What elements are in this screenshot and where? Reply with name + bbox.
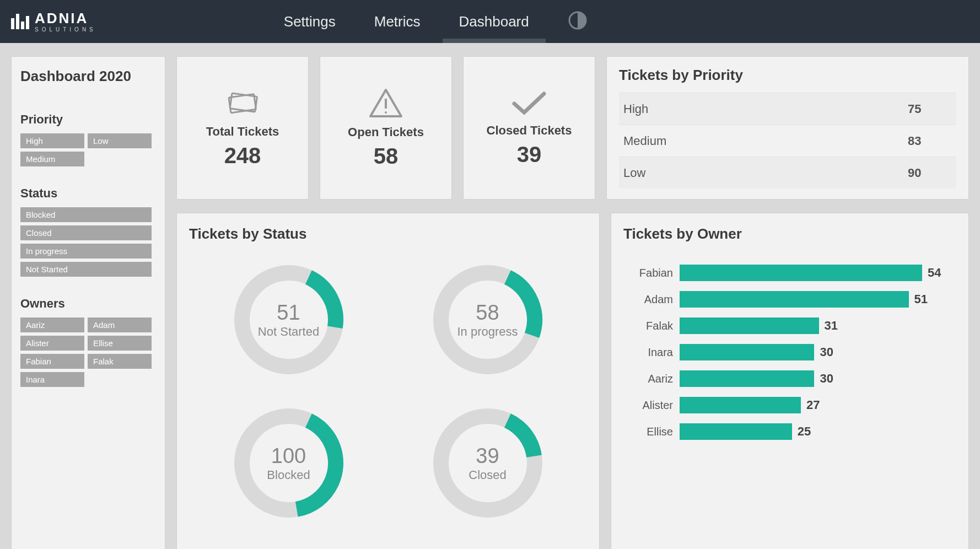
check-icon: [510, 89, 548, 119]
donut-in-progress: 58In progress: [388, 248, 587, 391]
priority-value: 75: [908, 102, 952, 116]
tickets-icon: [223, 88, 262, 120]
owner-name: Ellise: [623, 426, 673, 438]
logo-mark-icon: [11, 14, 29, 29]
owner-bar-aariz: Aariz30: [623, 370, 956, 387]
priority-label: High: [623, 102, 908, 116]
filter-pill-aariz[interactable]: Aariz: [20, 317, 84, 332]
page-title: Dashboard 2020: [20, 68, 156, 85]
owner-name: Aariz: [623, 373, 673, 385]
owner-name: Adam: [623, 293, 673, 306]
priority-row-low: Low90: [619, 157, 956, 189]
owner-bar-inara: Inara30: [623, 344, 956, 360]
bar-value: 30: [820, 345, 833, 359]
card-title: Tickets by Status: [189, 225, 587, 243]
owner-bar-ellise: Ellise25: [623, 423, 956, 440]
brand-name: ADNIA: [35, 11, 96, 25]
priority-label: Medium: [623, 134, 908, 148]
donut-caption: Closed: [469, 468, 506, 482]
filter-pill-not-started[interactable]: Not Started: [20, 262, 152, 277]
owner-name: Inara: [623, 346, 673, 359]
kpi-value: 248: [224, 143, 261, 168]
filter-pill-adam[interactable]: Adam: [88, 317, 152, 332]
donut-caption: Not Started: [258, 325, 319, 339]
filter-pill-ellise[interactable]: Ellise: [88, 336, 152, 351]
brand-subtitle: SOLUTIONS: [35, 26, 96, 33]
bar-fill: [680, 423, 792, 440]
donut-closed: 39Closed: [388, 391, 587, 535]
bar-value: 54: [928, 266, 941, 280]
owner-bar-falak: Falak31: [623, 317, 956, 334]
bar-fill: [680, 344, 814, 360]
bar-fill: [680, 397, 801, 413]
filter-sidebar: Dashboard 2020 PriorityHighLowMediumStat…: [11, 56, 165, 549]
svg-point-4: [385, 111, 387, 114]
kpi-total-tickets: Total Tickets 248: [176, 56, 309, 200]
card-title: Tickets by Priority: [619, 67, 956, 84]
filter-pill-high[interactable]: High: [20, 133, 84, 148]
bar-value: 25: [798, 424, 811, 439]
donut-not-started: 51Not Started: [189, 248, 388, 391]
donut-blocked: 100Blocked: [189, 391, 388, 535]
priority-label: Low: [623, 166, 908, 180]
owner-bar-fabian: Fabian54: [623, 265, 956, 281]
theme-toggle-icon[interactable]: [568, 10, 588, 33]
tab-dashboard[interactable]: Dashboard: [459, 0, 529, 43]
filter-heading-owners: Owners: [20, 297, 156, 311]
tab-metrics[interactable]: Metrics: [374, 0, 421, 43]
kpi-value: 39: [517, 142, 542, 167]
donut-value: 100: [267, 444, 310, 468]
bar-fill: [680, 370, 814, 387]
nav-tabs: SettingsMetricsDashboard: [284, 0, 529, 43]
filter-heading-status: Status: [20, 186, 156, 201]
filter-pill-alister[interactable]: Alister: [20, 336, 84, 351]
owner-bar-alister: Alister27: [623, 397, 956, 413]
donut-caption: In progress: [457, 325, 518, 339]
filter-pill-falak[interactable]: Falak: [88, 354, 152, 369]
brand-logo: ADNIA SOLUTIONS: [11, 11, 96, 33]
kpi-open-tickets: Open Tickets 58: [320, 56, 452, 200]
priority-row-high: High75: [619, 93, 956, 125]
filter-pill-medium[interactable]: Medium: [20, 152, 84, 166]
priority-value: 90: [908, 166, 952, 180]
top-bar: ADNIA SOLUTIONS SettingsMetricsDashboard: [0, 0, 980, 43]
filter-pill-blocked[interactable]: Blocked: [20, 207, 152, 222]
kpi-value: 58: [374, 144, 399, 169]
filter-pill-fabian[interactable]: Fabian: [20, 354, 84, 369]
bar-value: 51: [914, 292, 928, 306]
card-title: Tickets by Owner: [623, 225, 956, 243]
kpi-closed-tickets: Closed Tickets 39: [463, 56, 595, 200]
owner-bar-adam: Adam51: [623, 291, 956, 308]
kpi-label: Open Tickets: [348, 125, 424, 139]
donut-value: 39: [469, 444, 506, 468]
tickets-by-owner-card: Tickets by Owner Fabian54Adam51Falak31In…: [611, 213, 969, 549]
tab-settings[interactable]: Settings: [284, 0, 336, 43]
priority-value: 83: [908, 134, 952, 148]
bar-fill: [680, 317, 819, 334]
owner-name: Alister: [623, 399, 673, 412]
bar-value: 27: [806, 398, 820, 412]
filter-heading-priority: Priority: [20, 112, 156, 127]
donut-caption: Blocked: [267, 468, 310, 482]
filter-pill-closed[interactable]: Closed: [20, 225, 152, 240]
filter-pill-in-progress[interactable]: In progress: [20, 244, 152, 259]
kpi-label: Closed Tickets: [487, 123, 572, 138]
filter-pill-low[interactable]: Low: [88, 133, 152, 148]
bar-fill: [680, 265, 922, 281]
bar-fill: [680, 291, 909, 308]
owner-name: Fabian: [623, 267, 673, 279]
donut-value: 51: [258, 301, 319, 325]
tickets-by-status-card: Tickets by Status 51Not Started58In prog…: [176, 213, 600, 549]
kpi-label: Total Tickets: [206, 125, 279, 139]
owner-name: Falak: [623, 320, 673, 332]
warning-icon: [368, 88, 403, 121]
tickets-by-priority-card: Tickets by Priority High75Medium83Low90: [606, 56, 969, 200]
bar-value: 31: [825, 319, 838, 333]
bar-value: 30: [820, 372, 833, 386]
filter-pill-inara[interactable]: Inara: [20, 372, 84, 387]
donut-value: 58: [457, 301, 518, 325]
priority-row-medium: Medium83: [619, 125, 956, 157]
